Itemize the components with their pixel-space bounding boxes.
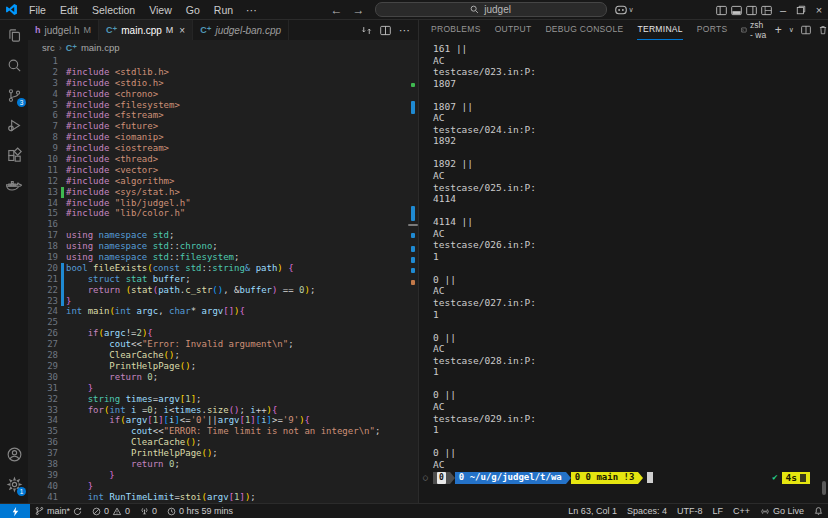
code-line[interactable]: 39 } bbox=[28, 470, 418, 481]
terminal-scrollbar-thumb[interactable] bbox=[822, 481, 826, 495]
tab-judgel-ban.cpp[interactable]: C⁺judgel-ban.cpp bbox=[193, 20, 289, 40]
terminal-output[interactable]: 161 ||ACtestcase/023.in:P:18071807 ||ACt… bbox=[419, 40, 828, 503]
timer-status[interactable]: 0 hrs 59 mins bbox=[162, 504, 238, 518]
code-line[interactable]: 22 return (stat(path.c_str(), &buffer) =… bbox=[28, 285, 418, 296]
customize-layout-icon[interactable] bbox=[759, 0, 774, 20]
breadcrumb-file[interactable]: main.cpp bbox=[81, 42, 120, 53]
activity-run-debug-icon[interactable] bbox=[0, 110, 28, 140]
panel-tab-output[interactable]: OUTPUT bbox=[495, 20, 532, 40]
panel-tab-debug-console[interactable]: DEBUG CONSOLE bbox=[545, 20, 623, 40]
line-col-status[interactable]: Ln 63, Col 1 bbox=[563, 504, 622, 518]
new-terminal-button[interactable]: + bbox=[775, 23, 782, 37]
code-line[interactable]: 20bool fileExists(const std::string& pat… bbox=[28, 263, 418, 274]
code-line[interactable]: 13#include <sys/stat.h> bbox=[28, 187, 418, 198]
window-restore-button[interactable] bbox=[792, 0, 810, 20]
code-line[interactable]: 32 string times=argv[1]; bbox=[28, 394, 418, 405]
breadcrumb[interactable]: src › C⁺ main.cpp bbox=[28, 40, 418, 55]
activity-source-control-icon[interactable]: 3 bbox=[0, 80, 28, 110]
code-line[interactable]: 33 for(int i =0; i<times.size(); i++){ bbox=[28, 405, 418, 416]
kill-terminal-icon[interactable] bbox=[818, 25, 828, 35]
code-line[interactable]: 5#include <filesystem> bbox=[28, 100, 418, 111]
tab-main.cpp[interactable]: C⁺main.cppM× bbox=[99, 20, 193, 40]
code-line[interactable]: 3#include <stdio.h> bbox=[28, 78, 418, 89]
code-line[interactable]: 23} bbox=[28, 296, 418, 307]
code-line[interactable]: 11#include <vector> bbox=[28, 165, 418, 176]
code-line[interactable]: 40 } bbox=[28, 481, 418, 492]
terminal-dropdown-icon[interactable]: ∨ bbox=[789, 26, 794, 34]
overview-ruler[interactable] bbox=[408, 56, 418, 503]
problems-status[interactable]: 0 0 bbox=[87, 504, 135, 518]
tab-judgel.h[interactable]: hjudgel.hM bbox=[28, 20, 99, 40]
tab-close-icon[interactable]: × bbox=[179, 25, 185, 36]
code-line[interactable]: 37 PrintHelpPage(); bbox=[28, 448, 418, 459]
code-line[interactable]: 36 ClearCache(); bbox=[28, 437, 418, 448]
code-line[interactable]: 6#include <fstream> bbox=[28, 110, 418, 121]
code-line[interactable]: 24int main(int argc, char* argv[]){ bbox=[28, 306, 418, 317]
ports-status[interactable]: 0 bbox=[135, 504, 162, 518]
code-line[interactable]: 1 bbox=[28, 56, 418, 67]
code-line[interactable]: 4#include <chrono> bbox=[28, 89, 418, 100]
menu-go[interactable]: Go bbox=[179, 0, 207, 20]
breadcrumb-folder[interactable]: src bbox=[42, 42, 55, 53]
notifications-bell[interactable] bbox=[809, 504, 828, 518]
language-mode-status[interactable]: C++ bbox=[728, 504, 755, 518]
code-line[interactable]: 8#include <iomanip> bbox=[28, 132, 418, 143]
menu-view[interactable]: View bbox=[142, 0, 179, 20]
code-line[interactable]: 30 return 0; bbox=[28, 372, 418, 383]
code-line[interactable]: 34 if(argv[1][i]<='0'||argv[1][i]>='9'){ bbox=[28, 415, 418, 426]
copilot-button[interactable]: ∨ bbox=[615, 5, 634, 15]
activity-explorer-icon[interactable] bbox=[0, 20, 28, 50]
code-line[interactable]: 18using namespace std::chrono; bbox=[28, 241, 418, 252]
window-close-button[interactable]: × bbox=[810, 0, 828, 20]
compare-changes-icon[interactable] bbox=[361, 25, 372, 36]
code-line[interactable]: 25 bbox=[28, 317, 418, 328]
menu-run[interactable]: Run bbox=[207, 0, 240, 20]
code-line[interactable]: 31 } bbox=[28, 383, 418, 394]
code-line[interactable]: 35 cout<<"ERROR: Time limit is not an in… bbox=[28, 426, 418, 437]
activity-docker-icon[interactable] bbox=[0, 170, 28, 200]
go-live-status[interactable]: Go Live bbox=[755, 504, 809, 518]
toggle-secondary-sidebar-icon[interactable] bbox=[744, 0, 759, 20]
encoding-status[interactable]: UTF-8 bbox=[672, 504, 708, 518]
code-line[interactable]: 16 bbox=[28, 219, 418, 230]
command-center-search[interactable]: judgel bbox=[375, 2, 607, 17]
code-line[interactable]: 7#include <future> bbox=[28, 121, 418, 132]
activity-search-icon[interactable] bbox=[0, 50, 28, 80]
remote-indicator-button[interactable] bbox=[0, 504, 30, 518]
toggle-primary-sidebar-icon[interactable] bbox=[714, 0, 729, 20]
code-line[interactable]: 27 cout<<"Error: Invalid argument\n"; bbox=[28, 339, 418, 350]
code-line[interactable]: 17using namespace std; bbox=[28, 230, 418, 241]
code-line[interactable]: 14#include "lib/judgel.h" bbox=[28, 198, 418, 209]
eol-status[interactable]: LF bbox=[707, 504, 728, 518]
history-back-button[interactable]: ← bbox=[331, 3, 343, 17]
editor-more-actions-icon[interactable]: ⋯ bbox=[399, 24, 410, 37]
code-line[interactable]: 28 ClearCache(); bbox=[28, 350, 418, 361]
code-line[interactable]: 12#include <algorithm> bbox=[28, 176, 418, 187]
indentation-status[interactable]: Spaces: 4 bbox=[622, 504, 672, 518]
terminal-shell-selector[interactable]: zsh - wa bbox=[741, 20, 767, 40]
menu-selection[interactable]: Selection bbox=[85, 0, 142, 20]
code-line[interactable]: 26 if(argc!=2){ bbox=[28, 328, 418, 339]
panel-tab-ports[interactable]: PORTS bbox=[697, 20, 728, 40]
panel-tab-terminal[interactable]: TERMINAL bbox=[637, 20, 682, 40]
code-line[interactable]: 19using namespace std::filesystem; bbox=[28, 252, 418, 263]
code-line[interactable]: 41 int RunTimeLimit=stoi(argv[1]); bbox=[28, 492, 418, 503]
code-line[interactable]: 2#include <stdlib.h> bbox=[28, 67, 418, 78]
split-terminal-icon[interactable] bbox=[801, 25, 811, 35]
activity-extensions-icon[interactable] bbox=[0, 140, 28, 170]
split-editor-icon[interactable] bbox=[380, 25, 391, 36]
panel-tab-problems[interactable]: PROBLEMS bbox=[431, 20, 481, 40]
code-line[interactable]: 21 struct stat buffer; bbox=[28, 274, 418, 285]
code-line[interactable]: 15#include "lib/color.h" bbox=[28, 208, 418, 219]
menu-more-button[interactable]: ⋯ bbox=[240, 4, 263, 16]
activity-accounts-icon[interactable] bbox=[0, 439, 28, 469]
code-line[interactable]: 10#include <thread> bbox=[28, 154, 418, 165]
activity-settings-icon[interactable]: 1 bbox=[0, 469, 28, 499]
toggle-panel-icon[interactable] bbox=[729, 0, 744, 20]
command-decoration-icon[interactable]: ○ bbox=[423, 472, 428, 484]
code-line[interactable]: 38 return 0; bbox=[28, 459, 418, 470]
menu-file[interactable]: File bbox=[22, 0, 53, 20]
window-minimize-button[interactable]: – bbox=[774, 0, 792, 20]
menu-edit[interactable]: Edit bbox=[53, 0, 85, 20]
git-branch-status[interactable]: main* bbox=[30, 504, 87, 518]
